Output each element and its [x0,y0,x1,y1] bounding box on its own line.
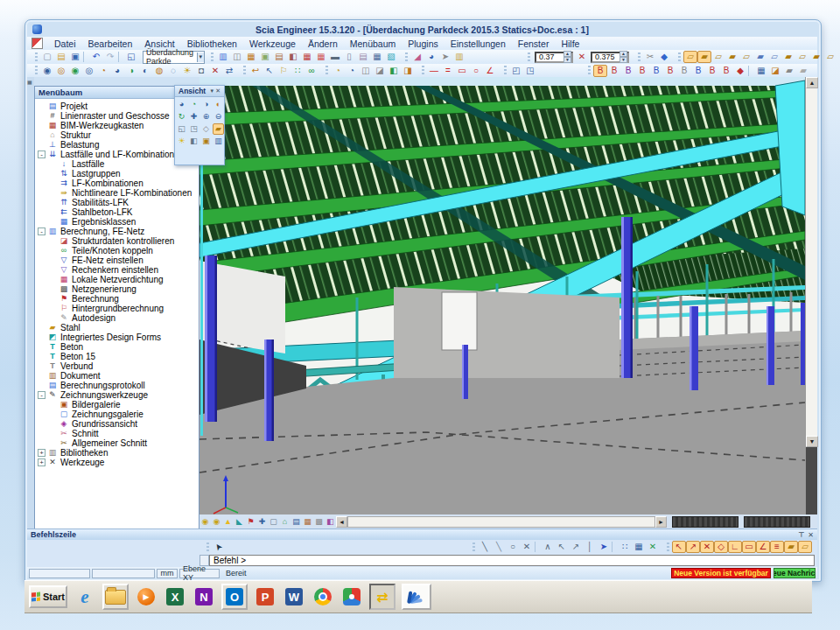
tree-expand-box[interactable] [49,256,57,264]
show-axes-icon[interactable]: ◐ [138,65,152,77]
snap-length-icon[interactable]: ≡ [770,541,784,553]
picture-table-icon[interactable]: ▦ [300,51,314,63]
arrow-ne-icon[interactable]: ↗ [569,541,583,553]
open-icon[interactable]: ▤ [54,51,68,63]
tree-expand-box[interactable] [38,343,46,351]
flag-icon[interactable]: ⚐ [276,65,290,77]
cut-icon[interactable]: ✂ [643,51,657,63]
tree-item-stahl[interactable]: ▰ Stahl [35,323,199,332]
tree-expand-box[interactable] [49,401,57,409]
pin-icon[interactable]: ⊤ [798,531,804,539]
status-plane[interactable]: Ebene XY [179,569,220,578]
tree-item-rechenkern-einstellen[interactable]: ▽ Rechenkern einstellen [35,265,199,275]
tree-item-berechnungsprotokoll[interactable]: ▤ Berechnungsprotokoll [35,381,199,390]
connect-members-icon[interactable]: ◆ [657,51,671,63]
bim-toolbox-icon[interactable]: ▦ [244,51,258,63]
snap-midpoint-icon[interactable]: ◇ [714,541,728,553]
zoom-in-icon[interactable]: ⊕ [200,111,212,122]
scale-spinner-1[interactable]: 0.37 ▲▼ [535,52,573,63]
tree-item-strukturdaten-kontrollieren[interactable]: ◪ Strukturdaten kontrollieren [35,236,199,246]
show-members-icon[interactable]: ◎ [54,65,68,77]
undo-icon[interactable]: ↶ [89,51,103,63]
results-b5-icon[interactable]: B [649,65,663,77]
menu-window-icon[interactable] [32,38,43,49]
spinner-arrows-icon[interactable]: ▲▼ [564,51,571,63]
link-1-icon[interactable]: ◉ [200,516,211,528]
show-grid-icon[interactable]: ◌ [166,65,180,77]
tree-item-stabilitaets-lfk[interactable]: ⇈ Stabilitäts-LFK [35,198,199,207]
show-mesh-icon[interactable]: ◍ [152,65,166,77]
pin-icon[interactable]: ➤ [438,51,452,63]
tree-expand-box[interactable] [38,353,46,360]
tree-expand-box[interactable]: - [38,391,46,399]
menu-item[interactable]: Bearbeiten [82,38,139,50]
snap-perpendicular-icon[interactable]: ∟ [728,541,742,553]
tree-expand-box[interactable] [49,160,57,168]
tree-expand-box[interactable] [49,266,57,274]
menu-item[interactable]: Datei [48,38,82,50]
view-settings-icon[interactable]: ▥ [213,136,224,147]
binocular-2-icon[interactable]: ◔ [345,65,359,77]
show-supports-icon[interactable]: ◉ [68,65,82,77]
separator[interactable] [612,542,617,552]
results-b9-icon[interactable]: B [705,65,719,77]
tree-item-teile-knoten-koppeln[interactable]: ∞ Teile/Knoten koppeln [35,246,199,256]
calculator-icon[interactable]: ▦ [370,51,384,63]
grid-icon[interactable]: ▩ [313,516,325,528]
snap-node-icon[interactable]: ↗ [686,541,700,553]
spinner-arrows-icon[interactable]: ▲▼ [620,51,627,63]
double-line-icon[interactable]: = [441,65,455,77]
dock-grid-icon[interactable]: ▦ [27,79,34,86]
tree-expand-box[interactable]: + [38,449,46,457]
tree-item-lokale-netzverdichtung[interactable]: ▦ Lokale Netzverdichtung [35,275,199,284]
notes-icon[interactable]: ▥ [452,51,466,63]
chart-results-icon[interactable]: ◪ [768,65,782,77]
tree-expand-box[interactable] [49,304,57,312]
viewport-3d[interactable] [200,77,805,514]
view-toggle-6-icon[interactable]: ▰ [753,51,767,63]
rotate-view-icon[interactable]: ↻ [176,111,187,122]
eraser-icon[interactable]: ◢ [410,51,424,63]
axes-icon[interactable]: ✚ [256,516,268,528]
separator[interactable] [83,52,88,62]
tree-item-zeichnungsgalerie[interactable]: ▢ Zeichnungsgalerie [35,410,199,419]
tree-item-verbund[interactable]: T Verbund [35,361,199,371]
tree-expand-box[interactable] [49,179,57,187]
show-labels-icon[interactable]: ◔ [96,65,110,77]
tree-expand-box[interactable] [49,410,57,418]
results-b2-icon[interactable]: B [607,65,621,77]
rect-icon[interactable]: ▭ [455,65,469,77]
team-project-icon[interactable]: ◫ [230,51,244,63]
collapse-icon[interactable]: ▾ [211,88,214,94]
tree-item-hintergrundberechnung[interactable]: ⚐ Hintergrundberechnung [35,304,199,313]
brush-icon[interactable]: ◧ [387,65,401,77]
viewport-3d-canvas[interactable] [200,77,805,514]
tree-item-lastgruppen[interactable]: ⇅ Lastgruppen [35,169,199,178]
angle-icon[interactable]: ∠ [483,65,497,77]
scroll-left-icon[interactable]: ◄ [336,516,347,528]
ansicht-header[interactable]: Ansicht ▾ ✕ [175,86,224,97]
tree-expand-box[interactable] [38,102,46,110]
scia-engineer-taskbar-icon[interactable] [402,584,431,610]
circle-icon[interactable]: ○ [469,65,483,77]
tree-expand-box[interactable] [49,439,57,447]
zoom-fit-icon[interactable]: ◳ [188,123,200,135]
zoom-document-icon[interactable]: ◕ [424,51,438,63]
render-mode-icon[interactable]: ▰ [213,123,224,135]
tree-item-werkzeuge[interactable]: + ✕ Werkzeuge [35,458,199,467]
wand-icon[interactable]: ◨ [401,65,415,77]
results-b8-icon[interactable]: B [691,65,705,77]
view-toggle-10-icon[interactable]: ▰ [809,51,823,63]
start-button[interactable]: Start [29,585,67,608]
tree-expand-box[interactable] [49,189,57,197]
delete-icon[interactable]: ✕ [520,541,534,553]
excel-icon[interactable]: X [164,585,186,608]
paste-icon[interactable]: ▤ [272,51,286,63]
tree-item-dokument[interactable]: ▥ Dokument [35,371,199,381]
chain-icon[interactable]: ∞ [304,65,318,77]
tree-item-schnitt[interactable]: ✂ Schnitt [35,429,199,438]
menu-item[interactable]: Werkzeuge [243,38,302,50]
tree-expand-box[interactable] [38,333,46,341]
camera-icon[interactable]: ◧ [188,136,200,147]
command-input[interactable]: Befehl > [209,555,815,566]
